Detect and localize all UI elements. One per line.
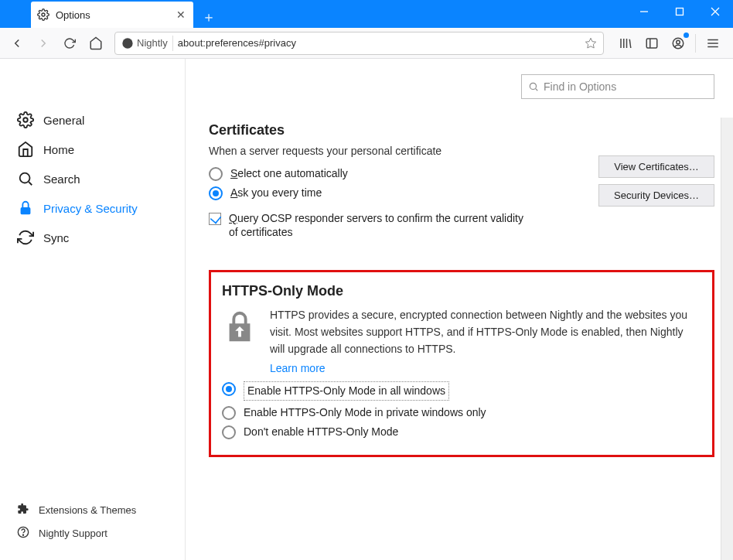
svg-rect-11 [646, 39, 657, 48]
sidebar-item-label: General [43, 114, 84, 127]
lock-upload-icon [222, 309, 257, 344]
security-devices-button[interactable]: Security Devices… [598, 184, 714, 207]
sidebar-item-label: Home [43, 143, 74, 156]
svg-line-25 [536, 89, 538, 91]
preferences-page: General Home Search Privacy & Security S… [0, 59, 733, 560]
checkbox-icon [209, 213, 221, 225]
sidebar-item-general[interactable]: General [0, 105, 185, 135]
option-label: SSelect one automaticallyelect one autom… [230, 166, 348, 180]
search-icon [17, 170, 34, 187]
radio-icon [222, 406, 236, 420]
sidebar-item-label: Nightly Support [39, 528, 107, 539]
option-label: Enable HTTPS-Only Mode in all windows [247, 384, 445, 397]
gear-icon [17, 111, 34, 128]
sidebar-nightly-support[interactable]: Nightly Support [0, 521, 185, 545]
https-option-off[interactable]: Don't enable HTTPS-Only Mode [222, 425, 700, 439]
option-label: Enable HTTPS-Only Mode in private window… [244, 405, 486, 419]
library-button[interactable] [613, 31, 638, 56]
sidebar-item-label: Search [43, 172, 80, 186]
settings-icon [37, 9, 49, 21]
scrollbar[interactable] [721, 118, 733, 560]
svg-point-5 [122, 38, 132, 48]
tab-close-button[interactable]: ✕ [175, 9, 187, 21]
identity-box[interactable]: Nightly [121, 36, 173, 51]
close-window-button[interactable] [697, 0, 733, 23]
home-button[interactable] [84, 31, 108, 56]
svg-rect-21 [21, 207, 31, 214]
puzzle-icon [17, 503, 31, 517]
option-label: AAsk you every timesk you every time [230, 186, 322, 200]
sidebar-item-sync[interactable]: Sync [0, 223, 185, 252]
sidebar-item-label: Extensions & Themes [39, 504, 136, 516]
url-bar[interactable]: Nightly about:preferences#privacy [114, 32, 604, 55]
reload-button[interactable] [57, 31, 82, 56]
tab-title: Options [56, 9, 175, 21]
view-certificates-button[interactable]: View Certificates… [598, 155, 714, 178]
nav-toolbar: Nightly about:preferences#privacy [0, 28, 733, 59]
radio-icon [209, 167, 223, 181]
svg-line-10 [629, 39, 631, 47]
https-only-heading: HTTPS-Only Mode [222, 283, 700, 299]
app-menu-button[interactable] [701, 31, 725, 56]
svg-point-18 [23, 118, 28, 122]
svg-point-19 [20, 173, 30, 183]
radio-icon [209, 186, 223, 200]
svg-marker-6 [585, 38, 595, 48]
window-controls [626, 0, 733, 23]
https-option-private[interactable]: Enable HTTPS-Only Mode in private window… [222, 405, 700, 420]
firefox-icon [121, 37, 134, 50]
svg-line-20 [29, 182, 32, 185]
maximize-button[interactable] [662, 0, 697, 23]
https-only-section: HTTPS-Only Mode HTTPS provides a secure,… [209, 270, 714, 456]
radio-icon [222, 425, 236, 439]
help-icon [17, 526, 31, 540]
svg-point-24 [530, 83, 536, 89]
sync-icon [17, 229, 34, 246]
sidebar-item-search[interactable]: Search [0, 164, 185, 193]
radio-icon [222, 382, 236, 396]
sidebar-extensions-themes[interactable]: Extensions & Themes [0, 498, 185, 521]
lock-icon [17, 200, 34, 217]
bookmark-star-icon[interactable] [585, 37, 597, 50]
option-label: Don't enable HTTPS-Only Mode [244, 425, 398, 439]
find-in-options[interactable] [521, 74, 714, 99]
learn-more-link[interactable]: Learn more [270, 362, 326, 374]
sidebar-item-privacy[interactable]: Privacy & Security [0, 193, 185, 223]
certificates-heading: Certificates [209, 122, 714, 138]
option-label: QQuery OCSP responder servers to confirm… [229, 211, 534, 239]
svg-point-14 [677, 40, 680, 44]
forward-button[interactable] [31, 31, 56, 56]
home-icon [17, 141, 34, 158]
find-input[interactable] [544, 80, 707, 93]
sidebar-item-home[interactable]: Home [0, 135, 185, 164]
title-bar: Options ✕ ＋ [0, 0, 733, 28]
search-icon [528, 81, 539, 92]
cert-option-ocsp[interactable]: QQuery OCSP responder servers to confirm… [209, 211, 534, 239]
sidebar-toggle-button[interactable] [639, 31, 664, 56]
svg-rect-2 [677, 9, 684, 15]
profile-button[interactable] [666, 31, 690, 56]
minimize-button[interactable] [626, 0, 662, 23]
category-sidebar: General Home Search Privacy & Security S… [0, 59, 186, 560]
sidebar-item-label: Privacy & Security [43, 202, 138, 215]
svg-point-23 [22, 534, 23, 535]
browser-tab[interactable]: Options ✕ [31, 2, 193, 28]
back-button[interactable] [5, 31, 29, 56]
new-tab-button[interactable]: ＋ [198, 6, 220, 28]
sidebar-item-label: Sync [43, 231, 69, 244]
svg-point-0 [42, 13, 45, 16]
content-pane: View Certificates… Security Devices… Cer… [186, 59, 733, 560]
url-text: about:preferences#privacy [178, 37, 580, 49]
identity-label: Nightly [137, 37, 168, 49]
https-option-all[interactable]: Enable HTTPS-Only Mode in all windows [222, 381, 700, 400]
https-description: HTTPS provides a secure, encrypted conne… [270, 307, 700, 357]
